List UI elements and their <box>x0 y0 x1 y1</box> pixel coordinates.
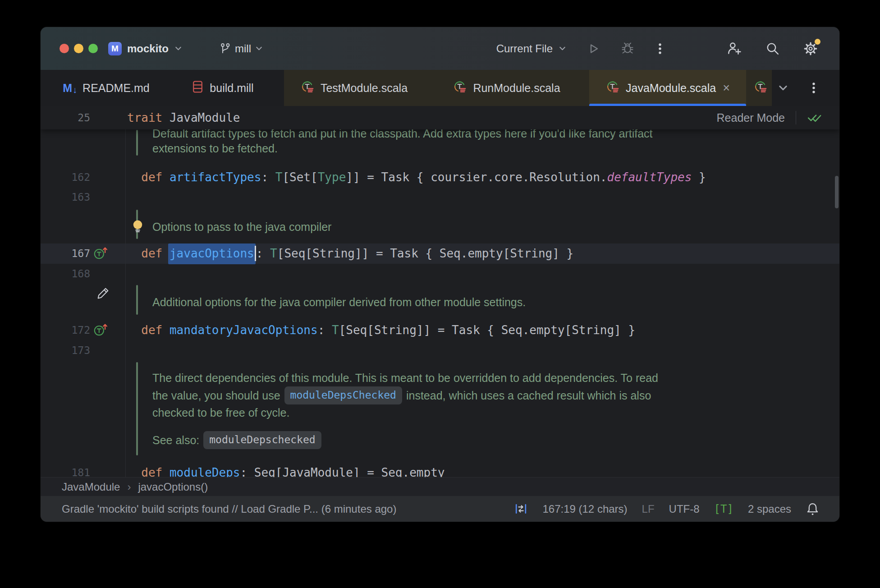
doc-text: instead, which uses a cached result whic… <box>406 389 651 402</box>
mill-file-icon <box>192 80 204 96</box>
override-icon[interactable] <box>92 245 109 262</box>
code-token: def <box>141 323 170 337</box>
sticky-header-line[interactable]: 25 trait JavaModule Reader Mode <box>41 106 839 129</box>
encoding-widget[interactable]: UTF-8 <box>669 503 700 515</box>
project-widget[interactable]: M mockito <box>108 27 183 70</box>
minimize-window-button[interactable] <box>74 44 83 53</box>
editor-tab-testmodule-scala[interactable]: TestModule.scala <box>284 70 424 106</box>
window-controls <box>60 27 98 70</box>
code-token: [Seq[String]] = Task { Seq.empty[String]… <box>339 323 635 337</box>
doc-comment-line: extensions to be fetched. <box>152 139 278 157</box>
scala-trait-icon <box>605 79 620 96</box>
code-token: trait <box>127 111 170 124</box>
breadcrumb-item[interactable]: JavaModule <box>62 481 120 493</box>
run-button[interactable] <box>586 41 601 56</box>
doc-code-chip[interactable]: moduleDepschecked <box>203 431 321 449</box>
run-configuration-select[interactable]: Current File <box>496 42 567 55</box>
settings-button[interactable] <box>802 41 819 57</box>
doc-text: See also: <box>152 434 199 447</box>
code-line[interactable]: def javacOptions: T[Seq[String]] = Task … <box>127 243 573 263</box>
run-widget: Current File <box>496 27 666 70</box>
status-message[interactable]: Gradle 'mockito' build scripts found // … <box>62 503 514 515</box>
breadcrumb-bar: JavaModule › javacOptions() <box>41 477 839 496</box>
close-window-button[interactable] <box>60 44 69 53</box>
code-token <box>127 466 141 477</box>
sticky-code: trait JavaModule <box>127 106 240 129</box>
vcs-branch-widget[interactable]: mill <box>219 27 263 70</box>
caret-position-widget[interactable]: 167:19 (12 chars) <box>542 503 627 515</box>
scala-trait-icon <box>453 79 467 96</box>
status-bar: Gradle 'mockito' build scripts found // … <box>41 496 839 522</box>
tabs-list-chevron-icon[interactable] <box>777 82 789 94</box>
gutter-separator <box>125 106 126 477</box>
selected-identifier: javacOptions <box>168 243 256 264</box>
tab-options-kebab-icon[interactable] <box>808 81 820 95</box>
line-number[interactable]: 168 <box>41 264 90 284</box>
title-bar: M mockito mill Current File <box>41 27 839 70</box>
code-token: def <box>141 466 170 477</box>
maximize-window-button[interactable] <box>88 44 98 53</box>
breadcrumb-separator: › <box>127 481 131 493</box>
indent-widget[interactable]: 2 spaces <box>748 503 791 515</box>
editor-area[interactable]: 162163167168172173181Default artifact ty… <box>41 106 839 477</box>
override-icon[interactable] <box>92 322 109 338</box>
doc-text: the value, you should use <box>152 389 280 402</box>
editor-tab-build-mill[interactable]: build.mill <box>161 70 284 106</box>
line-number[interactable]: 172 <box>41 320 90 340</box>
more-actions-button[interactable] <box>654 42 666 55</box>
inspections-ok-icon[interactable] <box>807 111 823 124</box>
status-widgets: 167:19 (12 chars) LF UTF-8 [T] 2 spaces <box>514 501 820 516</box>
debug-button[interactable] <box>620 41 635 56</box>
editor-tab-javamodule-scala[interactable]: JavaModule.scala× <box>589 70 746 106</box>
line-number[interactable]: 181 <box>41 463 90 477</box>
editor-tab-runmodule-scala[interactable]: RunModule.scala <box>424 70 589 106</box>
doc-comment-line: See also:moduleDepschecked <box>152 431 325 449</box>
doc-comment-bar <box>136 362 138 455</box>
sticky-line-number: 25 <box>41 106 90 129</box>
code-token: moduleDeps <box>170 466 240 477</box>
line-number[interactable]: 163 <box>41 187 90 207</box>
project-name: mockito <box>127 42 169 55</box>
code-token: JavaModule <box>170 111 240 124</box>
tab-label: RunModule.scala <box>473 82 560 95</box>
pencil-icon[interactable] <box>96 286 110 300</box>
tab-label: TestModule.scala <box>321 82 408 95</box>
tab-label: README.md <box>82 82 150 95</box>
code-token: Type <box>318 170 346 184</box>
add-user-button[interactable] <box>726 41 742 57</box>
titlebar-actions <box>726 27 819 70</box>
breadcrumb-item[interactable]: javacOptions() <box>138 481 208 493</box>
chevron-down-icon <box>255 44 263 53</box>
editor-tab-partial[interactable] <box>746 70 772 106</box>
editor-scrollbar-thumb[interactable] <box>835 176 839 208</box>
code-token: T <box>270 247 277 260</box>
line-number[interactable]: 173 <box>41 340 90 360</box>
notifications-bell-icon[interactable] <box>806 501 820 516</box>
code-line[interactable]: def artifactTypes: T[Set[Type]] = Task {… <box>127 167 706 187</box>
reader-mode-label[interactable]: Reader Mode <box>717 111 785 124</box>
editor-columns-icon[interactable] <box>514 502 528 516</box>
line-number[interactable]: 162 <box>41 167 90 187</box>
code-token: def <box>141 247 170 260</box>
code-line[interactable]: def moduleDeps: Seq[JavaModule] = Seq.em… <box>127 463 445 477</box>
code-token: [Seq[String]] = Task { Seq.empty[String]… <box>277 247 573 260</box>
type-highlighting-widget[interactable]: [T] <box>714 503 733 515</box>
code-token: T <box>332 323 339 337</box>
code-token: Seq[JavaModule] = Seq.empty <box>254 466 445 477</box>
line-number[interactable]: 167 <box>41 243 90 263</box>
editor-tab-readme-md[interactable]: M↓README.md <box>51 70 161 106</box>
line-separator-widget[interactable]: LF <box>642 503 655 515</box>
chevron-down-icon <box>174 44 183 53</box>
bulb-icon[interactable] <box>131 219 145 235</box>
tab-bar-actions <box>777 70 839 106</box>
doc-comment-line: Additional options for the java compiler… <box>152 293 526 311</box>
doc-code-chip[interactable]: moduleDepsChecked <box>284 386 402 404</box>
close-tab-icon[interactable]: × <box>723 82 730 94</box>
divider <box>796 111 796 124</box>
search-everywhere-button[interactable] <box>765 41 780 56</box>
project-icon: M <box>108 42 122 55</box>
doc-comment-line: Options to pass to the java compiler <box>152 218 331 236</box>
markdown-icon: M↓ <box>63 82 77 95</box>
code-line[interactable]: def mandatoryJavacOptions: T[Seq[String]… <box>127 320 635 340</box>
run-configuration-label: Current File <box>496 42 553 55</box>
